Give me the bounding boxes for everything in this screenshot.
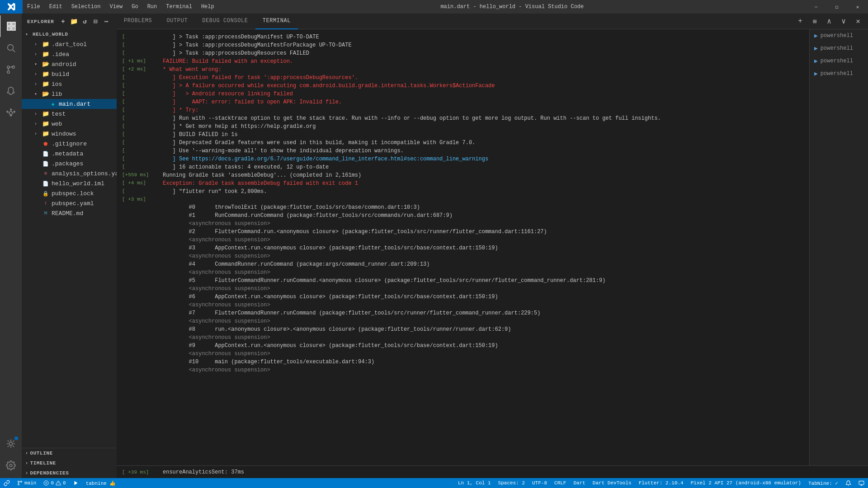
new-folder-button[interactable]: 📁 — [70, 17, 79, 26]
tree-item-dart-tool[interactable]: › 📁 .dart_tool — [22, 39, 117, 49]
status-tabnine[interactable]: tabnine 👍 — [82, 478, 120, 488]
refresh-button[interactable]: ↺ — [80, 17, 90, 26]
panel-chevron-down[interactable]: ∨ — [837, 15, 850, 28]
menu-run[interactable]: Run — [143, 0, 162, 14]
sidebar-dependencies[interactable]: › DEPENDENCIES — [22, 468, 117, 478]
term-text: Exception: Gradle task assembleDebug fai… — [163, 179, 804, 188]
tree-item-build[interactable]: › 📁 build — [22, 69, 117, 79]
status-run[interactable] — [70, 478, 82, 488]
activity-settings[interactable] — [0, 455, 22, 476]
more-options-button[interactable]: ⋯ — [102, 17, 111, 26]
status-remote-icon[interactable] — [855, 478, 868, 488]
status-eol[interactable]: CRLF — [551, 478, 570, 488]
terminal-content[interactable]: [ ] > Task :app:processDebugManifest UP-… — [117, 29, 809, 465]
tree-item-idea[interactable]: › 📁 .idea — [22, 49, 117, 59]
status-spaces[interactable]: Spaces: 2 — [495, 478, 528, 488]
device-text: Pixel 2 API 27 (android-x86 emulator) — [691, 480, 801, 486]
term-text: #2 FlutterCommand.run.<anonymous closure… — [163, 228, 804, 236]
term-text: Running Gradle task 'assembleDebug'... (… — [163, 171, 804, 179]
term-text: #8 run.<anonymous closure>.<anonymous cl… — [163, 325, 804, 333]
tree-item-windows[interactable]: › 📁 windows — [22, 129, 117, 139]
tree-item-pubspec-yaml[interactable]: › ! pubspec.yaml — [22, 198, 117, 208]
activity-search[interactable] — [0, 37, 22, 59]
status-flutter[interactable]: Flutter: 2.10.4 — [635, 478, 687, 488]
terminal-line: #10 main (package:flutter_tools/executab… — [122, 358, 804, 366]
activity-explorer[interactable] — [0, 15, 21, 37]
tree-item-web[interactable]: › 📁 web — [22, 119, 117, 129]
restore-button[interactable]: ◻ — [826, 0, 847, 14]
tree-item-pubspec-lock[interactable]: › 🔒 pubspec.lock — [22, 188, 117, 198]
tree-item-gitignore[interactable]: › ⬟ .gitignore — [22, 139, 117, 149]
terminal-input-line: [ +39 ms] ensureAnalyticsSent: 37ms — [117, 465, 868, 478]
tree-item-test[interactable]: › 📁 test — [22, 109, 117, 119]
status-device[interactable]: Pixel 2 API 27 (android-x86 emulator) — [687, 478, 805, 488]
status-notifications[interactable] — [842, 478, 855, 488]
tree-item-readme[interactable]: › M README.md — [22, 208, 117, 218]
tab-terminal[interactable]: TERMINAL — [255, 14, 298, 29]
tree-item-iml[interactable]: › 📄 hello_world.iml — [22, 178, 117, 188]
menu-help[interactable]: Help — [197, 0, 219, 14]
tree-item-android[interactable]: ▾ 📂 android — [22, 59, 117, 69]
powershell-2[interactable]: ▶ powershell — [810, 42, 868, 55]
status-remote[interactable] — [0, 478, 14, 488]
status-language[interactable]: Dart — [570, 478, 589, 488]
tree-item-ios[interactable]: › 📁 ios — [22, 79, 117, 89]
menu-go[interactable]: Go — [127, 0, 142, 14]
status-errors[interactable]: 0 0 — [40, 478, 69, 488]
activity-source-control[interactable] — [0, 59, 22, 80]
term-prefix — [122, 277, 163, 285]
tree-label: analysis_options.yaml — [52, 170, 117, 177]
tree-item-metadata[interactable]: › 📄 .metadata — [22, 149, 117, 159]
tree-item-analysis-options[interactable]: › ≡ analysis_options.yaml — [22, 169, 117, 178]
activity-extensions[interactable] — [0, 102, 22, 124]
menu-terminal[interactable]: Terminal — [161, 0, 197, 14]
tree-item-lib[interactable]: ▾ 📂 lib — [22, 89, 117, 99]
term-prefix — [122, 203, 163, 211]
terminal-line: [ ] > A failure occurred while executing… — [122, 82, 804, 90]
close-button[interactable]: ✕ — [847, 0, 868, 14]
term-prefix — [122, 260, 163, 268]
activity-debug[interactable] — [0, 80, 22, 102]
folder-icon: 📁 — [42, 50, 50, 58]
error-count: 0 — [51, 480, 54, 486]
status-encoding[interactable]: UTF-8 — [528, 478, 551, 488]
add-terminal-button[interactable]: + — [794, 15, 807, 28]
term-prefix: [ — [122, 163, 163, 171]
tree-item-packages[interactable]: › 📄 .packages — [22, 159, 117, 169]
sidebar-outline[interactable]: › OUTLINE — [22, 448, 117, 458]
status-dart-devtools[interactable]: Dart DevTools — [589, 478, 635, 488]
tab-debug-console[interactable]: DEBUG CONSOLE — [195, 14, 255, 29]
menu-view[interactable]: View — [105, 0, 127, 14]
term-prefix: [ +3 ms] — [122, 196, 163, 203]
term-prefix: [ +4 ms] — [122, 179, 163, 188]
sidebar-timeline[interactable]: › TIMELINE — [22, 458, 117, 468]
terminal-line: #7 FlutterCommandRunner.runCommand (pack… — [122, 309, 804, 317]
panel-chevron-up[interactable]: ∧ — [823, 15, 835, 28]
term-prefix — [122, 236, 163, 244]
terminal-line: [ ] "flutter run" took 2,800ms. — [122, 188, 804, 196]
terminal-line: [ ] Execution failed for task ':app:proc… — [122, 74, 804, 82]
menu-edit[interactable]: Edit — [45, 0, 67, 14]
panel-close[interactable]: ✕ — [852, 15, 864, 28]
menu-file[interactable]: File — [23, 0, 45, 14]
powershell-3[interactable]: ▶ powershell — [810, 55, 868, 67]
status-branch[interactable]: main — [14, 478, 40, 488]
tree-root-hello-world[interactable]: ▾ HELLO_WORLD — [22, 29, 117, 39]
powershell-4[interactable]: ▶ powershell — [810, 67, 868, 80]
tab-output[interactable]: OUTPUT — [159, 14, 195, 29]
meta-icon: 📄 — [42, 150, 50, 158]
tree-item-main-dart[interactable]: ◆ main.dart — [22, 99, 117, 109]
powershell-1[interactable]: ▶ powershell — [810, 29, 868, 42]
menu-selection[interactable]: Selection — [67, 0, 105, 14]
activity-remote[interactable] — [0, 433, 22, 455]
activity-bar — [0, 14, 22, 478]
titlebar-title: main.dart - hello_world - Visual Studio … — [219, 4, 806, 10]
new-file-button[interactable]: + — [59, 17, 68, 26]
collapse-all-button[interactable]: ⊟ — [91, 17, 100, 26]
split-terminal-button[interactable]: ⊞ — [808, 15, 821, 28]
minimize-button[interactable]: — — [806, 0, 826, 14]
status-tabnine-check[interactable]: TabNine: ✓ — [805, 478, 842, 488]
tab-problems[interactable]: PROBLEMS — [117, 14, 159, 29]
dependencies-label: DEPENDENCIES — [30, 470, 69, 476]
status-position[interactable]: Ln 1, Col 1 — [454, 478, 495, 488]
